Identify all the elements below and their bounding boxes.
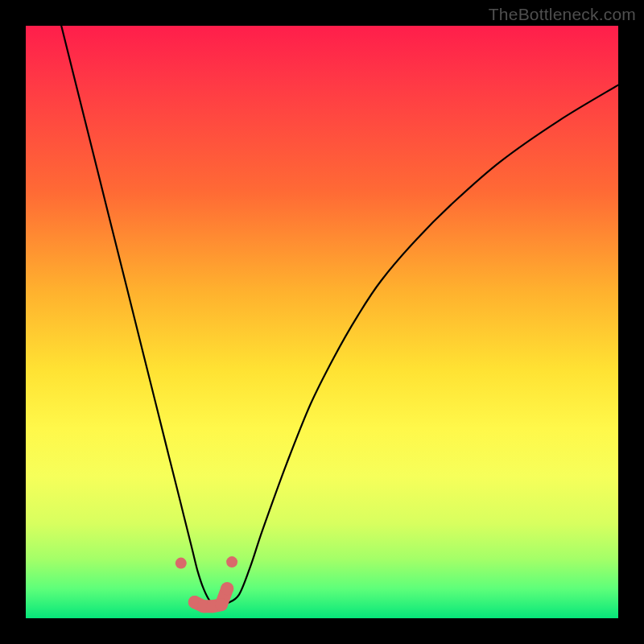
chart-svg: [26, 26, 618, 618]
bottleneck-curve: [61, 26, 618, 607]
marker-dot: [226, 556, 237, 568]
marker-dot: [175, 558, 187, 569]
marker-dot: [221, 582, 233, 595]
outer-frame: TheBottleneck.com: [0, 0, 644, 644]
watermark-text: TheBottleneck.com: [489, 5, 636, 24]
marker-cluster: [175, 556, 237, 613]
marker-dot: [215, 598, 228, 611]
